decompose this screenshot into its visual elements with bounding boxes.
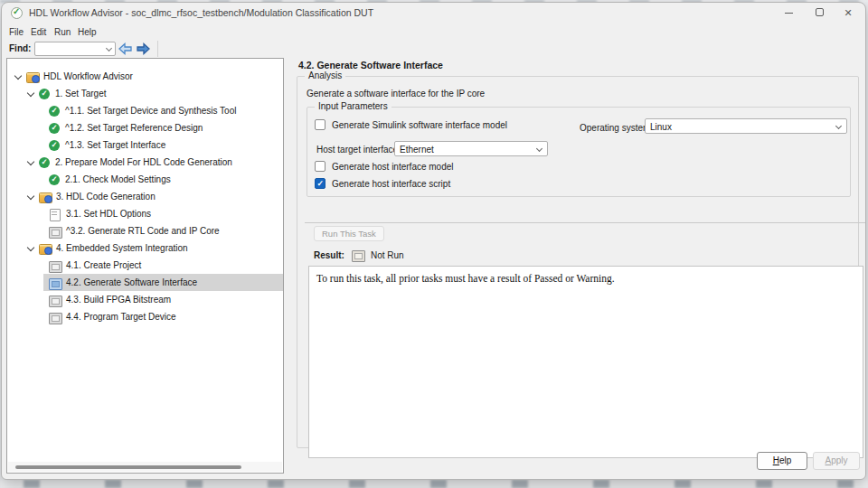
menu-file[interactable]: File	[5, 25, 27, 39]
passed-check-icon	[49, 140, 61, 151]
help-button[interactable]: Help	[757, 452, 807, 470]
result-status: Not Run	[371, 250, 404, 260]
task-detail-panel: 4.2. Generate Software Interface Analysi…	[289, 58, 865, 479]
menu-help[interactable]: Help	[74, 25, 100, 39]
titlebar[interactable]: HDL Workflow Advisor - soc_dlmc_rfsoc_te…	[2, 3, 865, 23]
tree-item-1-3-set-target-interface[interactable]: ^1.3. Set Target Interface	[7, 136, 283, 154]
checkbox-label: Generate host interface script	[332, 179, 450, 189]
tree-item-4-1-create-project[interactable]: 4.1. Create Project	[7, 257, 283, 274]
tree-item-label: 4.2. Generate Software Interface	[66, 277, 197, 287]
checkbox-unchecked-icon[interactable]	[315, 161, 326, 172]
chevron-down-icon[interactable]	[106, 45, 112, 52]
menu-edit[interactable]: Edit	[27, 25, 50, 39]
chevron-down-icon[interactable]	[14, 73, 22, 80]
tree-item-2-1-check-model-settings[interactable]: 2.1. Check Model Settings	[7, 171, 283, 188]
input-parameters-groupbox: Input Parameters Generate Simulink softw…	[307, 107, 851, 197]
tree-item-label: 4.3. Build FPGA Bitstream	[66, 295, 171, 305]
operating-system-dropdown[interactable]: Linux	[645, 118, 847, 134]
result-row: Result: Not Run	[314, 250, 404, 260]
find-next-button[interactable]	[135, 42, 151, 56]
apply-button[interactable]: Apply	[813, 452, 860, 470]
tree-horizontal-scrollbar[interactable]	[8, 462, 282, 472]
dropdown-value: Linux	[650, 122, 672, 132]
tree-item-label: 4.1. Create Project	[66, 260, 141, 270]
host-target-interface-dropdown[interactable]: Ethernet	[394, 141, 548, 156]
folder-icon	[39, 243, 52, 254]
minimize-button[interactable]	[773, 3, 804, 23]
checkbox-unchecked-icon[interactable]	[315, 119, 326, 130]
section-divider	[305, 222, 866, 223]
tree-item-label: ^3.2. Generate RTL Code and IP Core	[66, 226, 220, 236]
tree-item-3-hdl-code-generation[interactable]: 3. HDL Code Generation	[7, 188, 283, 205]
chevron-down-icon[interactable]	[27, 193, 34, 201]
tree-item-1-set-target[interactable]: 1. Set Target	[7, 85, 283, 102]
tree-item-4-2-generate-software-interface[interactable]: 4.2. Generate Software Interface	[7, 274, 283, 291]
analysis-legend: Analysis	[305, 70, 345, 80]
generate-host-model-checkbox-row[interactable]: Generate host interface model	[315, 161, 454, 172]
chevron-down-icon[interactable]	[27, 90, 34, 98]
result-message-box: To run this task, all prior tasks must h…	[308, 266, 863, 458]
chevron-down-icon	[835, 123, 842, 129]
task-description: Generate a software interface for the IP…	[307, 89, 485, 99]
arrow-left-icon	[118, 42, 134, 56]
task-icon	[49, 226, 61, 237]
not-run-status-icon	[352, 250, 363, 260]
tree-item-label: 3.1. Set HDL Options	[66, 209, 151, 219]
maximize-icon	[816, 8, 824, 16]
find-toolbar: Find:	[2, 40, 865, 58]
find-input[interactable]	[37, 43, 102, 54]
operating-system-label: Operating system:	[580, 123, 653, 133]
tree-item-3-2-generate-rtl-code[interactable]: ^3.2. Generate RTL Code and IP Core	[7, 222, 283, 239]
tree-item-label: HDL Workflow Advisor	[43, 71, 133, 81]
scrollbar-thumb[interactable]	[15, 465, 241, 469]
tree-item-1-1-set-target-device[interactable]: ^1.1. Set Target Device and Synthesis To…	[7, 102, 283, 119]
minimize-icon	[785, 13, 793, 14]
tree-item-label: ^1.1. Set Target Device and Synthesis To…	[65, 106, 236, 116]
chevron-down-icon[interactable]	[27, 245, 34, 252]
task-icon	[49, 260, 61, 271]
task-icon	[49, 312, 61, 323]
analysis-groupbox: Analysis Generate a software interface f…	[297, 76, 859, 448]
tree-item-4-4-program-target-device[interactable]: 4.4. Program Target Device	[7, 308, 283, 325]
result-message: To run this task, all prior tasks must h…	[316, 273, 615, 284]
close-button[interactable]: ✕	[833, 3, 863, 23]
run-this-task-button[interactable]: Run This Task	[314, 226, 384, 241]
checkbox-label: Generate host interface model	[332, 162, 454, 172]
tree-item-hdl-workflow-advisor[interactable]: HDL Workflow Advisor	[7, 68, 283, 85]
tree-item-2-prepare-model[interactable]: 2. Prepare Model For HDL Code Generation	[7, 154, 283, 171]
folder-icon	[39, 192, 52, 202]
tree-item-label: 3. HDL Code Generation	[56, 192, 156, 202]
tree-item-label: 2. Prepare Model For HDL Code Generation	[55, 157, 232, 167]
tree-item-label: 4. Embedded System Integration	[56, 243, 188, 253]
folder-icon	[26, 71, 39, 82]
task-icon	[49, 295, 61, 305]
tree-item-4-embedded-system-integration[interactable]: 4. Embedded System Integration	[7, 239, 283, 257]
tree-item-label: 1. Set Target	[55, 89, 107, 99]
workflow-tree: HDL Workflow Advisor 1. Set Target ^1.1.…	[6, 58, 284, 474]
checkbox-label: Generate Simulink software interface mod…	[332, 120, 507, 130]
chevron-down-icon	[536, 145, 542, 152]
find-label: Find:	[9, 43, 31, 53]
find-previous-button[interactable]	[118, 42, 134, 56]
desktop-background-bottom	[0, 480, 868, 488]
tree-item-label: 2.1. Check Model Settings	[65, 174, 171, 184]
host-target-interface-label: Host target interface	[316, 145, 398, 155]
result-label: Result:	[314, 250, 344, 260]
passed-check-icon	[49, 106, 61, 117]
tree-item-4-3-build-fpga-bitstream[interactable]: 4.3. Build FPGA Bitstream	[7, 291, 283, 308]
document-icon	[49, 209, 61, 220]
find-combobox[interactable]	[34, 42, 116, 56]
generate-host-script-checkbox-row[interactable]: Generate host interface script	[315, 178, 450, 189]
tree-item-3-1-set-hdl-options[interactable]: 3.1. Set HDL Options	[7, 205, 283, 222]
menu-run[interactable]: Run	[51, 25, 74, 39]
checkbox-checked-icon[interactable]	[315, 178, 326, 189]
window-title: HDL Workflow Advisor - soc_dlmc_rfsoc_te…	[29, 7, 373, 18]
app-check-icon	[11, 7, 23, 19]
generate-simulink-model-checkbox-row[interactable]: Generate Simulink software interface mod…	[315, 119, 507, 130]
close-icon: ✕	[844, 7, 852, 18]
arrow-right-icon	[135, 42, 151, 56]
passed-check-icon	[49, 123, 61, 134]
chevron-down-icon[interactable]	[27, 159, 34, 166]
tree-item-1-2-set-target-reference-design[interactable]: ^1.2. Set Target Reference Design	[7, 119, 283, 136]
maximize-button[interactable]	[804, 3, 835, 23]
